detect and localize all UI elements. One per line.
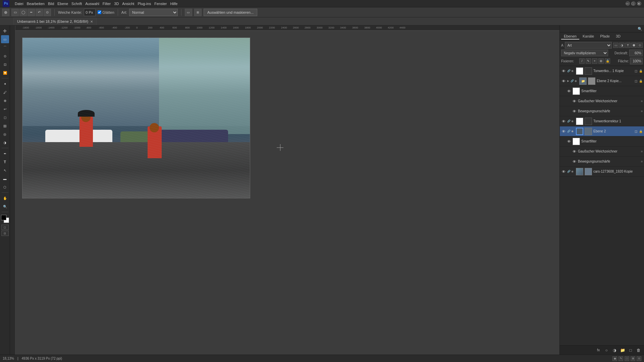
dodge-tool[interactable]: ◑ bbox=[1, 138, 9, 146]
layer-item-cars-kopie[interactable]: 👁 🔗 ◉ cars-1273608_1920 Kopie bbox=[560, 167, 644, 177]
adjustment-layer-icon[interactable]: ◑ bbox=[619, 43, 625, 48]
hand-tool[interactable]: ✋ bbox=[1, 194, 9, 202]
menu-ansicht[interactable]: Ansicht bbox=[121, 1, 136, 6]
canvas-area[interactable]: // Will be rendered inline below -1800 -… bbox=[10, 25, 559, 355]
tab-pfade[interactable]: Pfade bbox=[597, 34, 612, 40]
layer-item-smartfilter-2[interactable]: 👁 Smartfilter bbox=[560, 136, 644, 146]
expand-icon[interactable]: ▶ bbox=[567, 79, 569, 82]
tab-close-icon[interactable]: ✕ bbox=[90, 20, 93, 23]
layer-item-gauss-1[interactable]: 👁 Gaußscher Weichzeichner ≡ bbox=[560, 96, 644, 106]
document-tab[interactable]: Unbenannt-1 bei 18,1% (Ebene 2, RGB/8#) … bbox=[13, 18, 97, 25]
layer-item-gauss-2[interactable]: 👁 Gaußscher Weichzeichner ≡ bbox=[560, 146, 644, 157]
tab-kanaele[interactable]: Kanäle bbox=[580, 34, 597, 40]
add-selection-icon[interactable]: ⊞ bbox=[194, 9, 202, 16]
layer-item-smartfilter-1[interactable]: 👁 Smartfilter bbox=[560, 86, 644, 96]
delete-layer-icon[interactable]: 🗑 bbox=[635, 347, 642, 354]
pen-tool[interactable]: ✒ bbox=[1, 149, 9, 158]
tool-preset-picker[interactable]: ⊕ bbox=[2, 9, 9, 16]
screen-mode-icon[interactable]: ⊡ bbox=[1, 231, 9, 236]
select-mask-button[interactable]: Auswählen und maskieren... bbox=[204, 9, 257, 16]
visibility-eye[interactable]: 👁 bbox=[572, 109, 577, 114]
lock-artboard-icon[interactable]: ⊞ bbox=[598, 58, 604, 64]
adjustment-layer-icon[interactable]: ◑ bbox=[611, 347, 618, 354]
tab-3d[interactable]: 3D bbox=[613, 34, 623, 40]
menu-schrift[interactable]: Schrift bbox=[70, 1, 83, 6]
art-select[interactable]: Normal Zu Auswahl hinzufügen Von Auswahl… bbox=[129, 9, 178, 16]
search-icon[interactable]: 🔍 bbox=[637, 26, 643, 32]
opacity-input[interactable]: 60% bbox=[629, 50, 643, 56]
visibility-eye[interactable]: 👁 bbox=[572, 159, 577, 164]
foreground-color-swatch[interactable] bbox=[1, 215, 6, 220]
visibility-eye[interactable]: 👁 bbox=[567, 139, 571, 144]
path-select-tool[interactable]: ↖ bbox=[1, 166, 9, 174]
fill-input[interactable]: 100% bbox=[630, 58, 643, 64]
zoom-tool[interactable]: 🔍 bbox=[1, 202, 9, 210]
layer-item-ebene2[interactable]: 👁 🔗 ◉ Ebene 2 ◫ 🔒 bbox=[560, 126, 644, 136]
lock-transparent-icon[interactable]: / bbox=[579, 58, 585, 64]
standard-mode-icon[interactable]: ◻ bbox=[1, 225, 9, 230]
lasso-tool[interactable]: ⌒ bbox=[1, 44, 9, 52]
shape-tool[interactable]: ▬ bbox=[1, 175, 9, 183]
new-group-icon[interactable]: 📁 bbox=[619, 347, 626, 354]
new-selection-icon[interactable]: ▭ bbox=[185, 9, 192, 16]
visibility-eye[interactable]: 👁 bbox=[561, 79, 566, 83]
status-icon-4[interactable]: ⊞ bbox=[631, 356, 635, 361]
gradient-tool[interactable]: ▤ bbox=[1, 122, 9, 130]
menu-3d[interactable]: 3D bbox=[113, 1, 120, 6]
text-layer-icon[interactable]: T bbox=[625, 43, 631, 48]
feather-input[interactable] bbox=[84, 9, 96, 16]
layer-fx-icon[interactable]: fx bbox=[595, 347, 602, 354]
layer-item-tonwertkorrektur1[interactable]: 👁 🔗 ◉ Tonwertkorrektur 1 bbox=[560, 116, 644, 126]
close-button[interactable]: ✕ bbox=[637, 1, 641, 6]
type-tool[interactable]: T bbox=[1, 158, 9, 166]
lock-pixels-icon[interactable]: ✎ bbox=[586, 58, 591, 64]
quick-select-icon[interactable]: ⊙ bbox=[44, 9, 51, 16]
smart-layer-icon[interactable]: ⊙ bbox=[637, 43, 643, 48]
menu-fenster[interactable]: Fenster bbox=[153, 1, 168, 6]
single-row-icon[interactable]: ━ bbox=[28, 9, 35, 16]
status-icon-3[interactable]: □ bbox=[625, 356, 629, 361]
ellipse-marquee-icon[interactable]: ◯ bbox=[19, 9, 27, 16]
eraser-tool[interactable]: ◻ bbox=[1, 113, 9, 121]
quick-select-tool[interactable]: ⊙ bbox=[1, 52, 9, 60]
visibility-eye[interactable]: 👁 bbox=[561, 129, 566, 134]
foreground-background-colors[interactable] bbox=[1, 215, 9, 223]
minimize-button[interactable]: ─ bbox=[626, 1, 630, 6]
eyedropper-tool[interactable]: 🔽 bbox=[1, 69, 9, 77]
maximize-button[interactable]: □ bbox=[631, 1, 636, 6]
visibility-eye[interactable]: 👁 bbox=[561, 169, 566, 174]
move-tool[interactable]: ✛ bbox=[1, 27, 9, 35]
layer-item-motion-1[interactable]: 👁 Bewegungsunschärfe ≡ bbox=[560, 106, 644, 116]
menu-ebene[interactable]: Ebene bbox=[56, 1, 69, 6]
shape-layer-icon[interactable]: ⬟ bbox=[631, 43, 637, 48]
visibility-eye[interactable]: 👁 bbox=[561, 119, 566, 124]
marquee-tool[interactable]: ▭ bbox=[1, 35, 9, 43]
tab-ebenen[interactable]: Ebenen bbox=[561, 34, 579, 40]
lasso-icon[interactable]: ↶ bbox=[36, 9, 43, 16]
pixel-layer-icon[interactable]: ▭ bbox=[613, 43, 619, 48]
menu-auswahl[interactable]: Auswahl bbox=[84, 1, 101, 6]
status-icon-5[interactable]: ⊙ bbox=[637, 356, 641, 361]
brush-tool[interactable]: 🖊 bbox=[1, 88, 9, 96]
rect-marquee-icon[interactable]: ▭ bbox=[11, 9, 19, 16]
3d-tool[interactable]: ⬡ bbox=[1, 183, 9, 191]
status-icon-2[interactable]: ✎ bbox=[619, 356, 623, 361]
clone-stamp-tool[interactable]: ⊕ bbox=[1, 97, 9, 105]
menu-bearbeiten[interactable]: Bearbeiten bbox=[25, 1, 46, 6]
healing-brush-tool[interactable]: ✦ bbox=[1, 80, 9, 88]
blend-mode-select[interactable]: Negativ multiplizieren Normal Multiplizi… bbox=[561, 50, 608, 56]
layer-item-ebene2-kopie[interactable]: 👁 ▶ 🔗 ◉ 📁 Ebene 2 Kopie... ◫ 🔒 bbox=[560, 76, 644, 86]
menu-plugins[interactable]: Plug-ins bbox=[136, 1, 152, 6]
blur-tool[interactable]: ◎ bbox=[1, 130, 9, 138]
status-icon-1[interactable]: ◉ bbox=[612, 356, 617, 361]
new-layer-icon[interactable]: □ bbox=[627, 347, 634, 354]
lock-position-icon[interactable]: + bbox=[592, 58, 597, 64]
layer-item-tonwertkorrektur-kopie[interactable]: 👁 🔗 ◉ Tonwertko... 1 Kopie ◫ 🔒 bbox=[560, 66, 644, 76]
visibility-eye[interactable]: 👁 bbox=[572, 149, 577, 154]
menu-bild[interactable]: Bild bbox=[47, 1, 55, 6]
visibility-eye[interactable]: 👁 bbox=[572, 99, 577, 104]
menu-datei[interactable]: Datei bbox=[13, 1, 25, 6]
layer-item-motion-2[interactable]: 👁 Bewegungsunschärfe ≡ bbox=[560, 157, 644, 167]
crop-tool[interactable]: ⊡ bbox=[1, 60, 9, 68]
menu-hilfe[interactable]: Hilfe bbox=[169, 1, 179, 6]
